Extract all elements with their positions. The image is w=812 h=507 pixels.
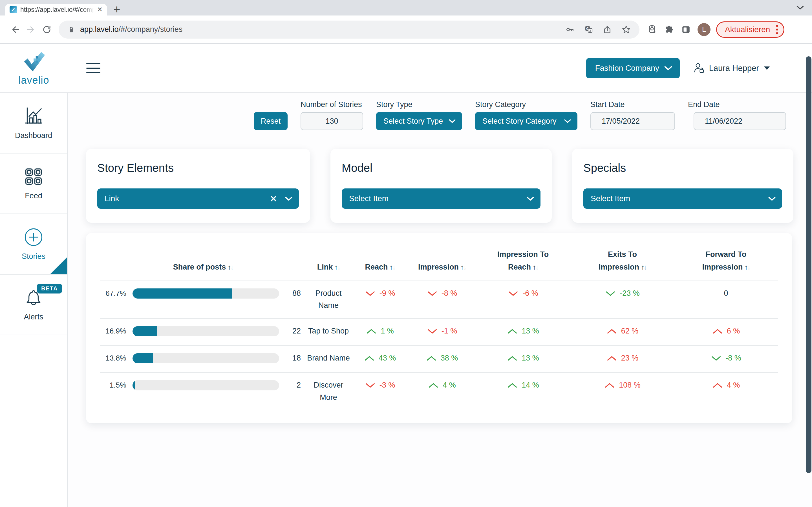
story-elements-card: Story Elements Link [86, 149, 310, 223]
card-title: Specials [583, 162, 782, 174]
trend-up-chevron-icon [366, 328, 377, 334]
table-row: 16.9% 22 Tap to Shop 1 % -1 % 13 % 62 % … [100, 318, 778, 345]
share-percent: 16.9% [100, 326, 133, 335]
reset-button[interactable]: Reset [254, 112, 288, 130]
refresh-prompt-button[interactable]: Aktualisieren [716, 21, 784, 38]
story-elements-dropdown[interactable]: Link [97, 188, 299, 209]
trend-down-chevron-icon [427, 291, 438, 296]
start-date-input[interactable]: 17/05/2022 [591, 112, 675, 130]
tab-close-icon[interactable]: ✕ [97, 6, 103, 13]
impression-trend: 4 % [409, 380, 475, 390]
trend-up-chevron-icon [507, 328, 518, 334]
browser-window: ✓ https://app.lavel.io/#/company/ ✕ + ap… [0, 0, 812, 507]
plus-circle-icon [24, 227, 43, 247]
impression-trend: 38 % [409, 353, 475, 362]
story-category-label: Story Category [475, 100, 577, 109]
sidebar-item-label: Dashboard [15, 131, 52, 140]
password-key-icon[interactable] [566, 25, 574, 34]
column-header-forward-to-impression[interactable]: Forward ToImpression↑↓ [674, 248, 778, 273]
sidebar-item-alerts[interactable]: BETA Alerts [0, 275, 67, 335]
story-type-dropdown[interactable]: Select Story Type [376, 112, 462, 130]
trend-down-chevron-icon [365, 383, 375, 388]
trend-up-chevron-icon [507, 383, 518, 388]
forward-button[interactable] [23, 22, 39, 38]
forward-to-impression-trend: 0 [674, 288, 778, 298]
column-header-exits-to-impression[interactable]: Exits ToImpression↑↓ [571, 248, 674, 273]
trend-down-chevron-icon [711, 355, 721, 361]
chevron-down-icon [526, 196, 534, 201]
app-logo[interactable]: lavelio [0, 50, 68, 86]
share-bar [133, 288, 279, 298]
user-menu[interactable]: Laura Hepper [693, 62, 770, 74]
company-selector-label: Fashion Company [595, 64, 664, 73]
trend-up-chevron-icon [426, 355, 437, 361]
lavelio-checkmark-icon [20, 50, 47, 74]
sidebar-item-stories[interactable]: Stories [0, 214, 67, 275]
browser-toolbar: app.lavel.io/#/company/stories G L Aktua… [0, 15, 812, 44]
favicon-icon: ✓ [10, 6, 17, 13]
new-tab-button[interactable]: + [113, 3, 120, 16]
trend-up-chevron-icon [428, 383, 439, 388]
sidebar-item-label: Feed [25, 191, 42, 200]
user-name: Laura Hepper [709, 64, 759, 73]
impression-trend: -1 % [409, 326, 475, 335]
menu-hamburger-icon[interactable] [86, 63, 100, 73]
sidebar-item-feed[interactable]: Feed [0, 154, 67, 214]
browser-tab[interactable]: ✓ https://app.lavel.io/#/company/ ✕ [5, 4, 107, 15]
column-header-share-of-posts[interactable]: Share of posts↑↓ [100, 261, 306, 274]
bookmark-star-icon[interactable] [621, 25, 631, 34]
profile-avatar[interactable]: L [698, 23, 711, 36]
filter-bar: Reset Number of Stories 130 Story Type S… [68, 100, 812, 130]
number-of-stories-label: Number of Stories [301, 100, 363, 109]
chevron-down-icon [285, 196, 293, 201]
share-bar [133, 353, 279, 363]
extensions-puzzle-icon[interactable] [664, 25, 674, 34]
reach-trend: -3 % [351, 380, 409, 390]
translate-icon[interactable]: G [584, 25, 593, 34]
column-header-link[interactable]: Link↑↓ [306, 261, 351, 274]
side-panel-icon[interactable] [681, 25, 691, 34]
sidebar-item-label: Stories [22, 252, 45, 261]
specials-dropdown[interactable]: Select Item [583, 188, 782, 209]
post-count: 18 [279, 353, 306, 362]
trend-down-chevron-icon [427, 328, 438, 334]
column-header-impression-to-reach[interactable]: Impression ToReach↑↓ [475, 248, 571, 273]
screenshot-extension-icon[interactable] [647, 25, 657, 34]
selector-cards: Story Elements Link Model Select Item Sp… [68, 149, 812, 223]
back-button[interactable] [7, 22, 23, 38]
clear-x-icon[interactable] [270, 195, 277, 202]
card-title: Story Elements [97, 162, 299, 174]
trend-up-chevron-icon [606, 355, 617, 361]
model-card: Model Select Item [331, 149, 552, 223]
forward-to-impression-trend: -8 % [674, 353, 778, 362]
tab-strip: ✓ https://app.lavel.io/#/company/ ✕ + [0, 0, 812, 15]
page-scrollbar[interactable] [806, 56, 811, 473]
column-header-impression[interactable]: Impression↑↓ [409, 261, 475, 274]
trend-up-chevron-icon [606, 328, 617, 334]
table-row: 13.8% 18 Brand Name 43 % 38 % 13 % 23 % … [100, 345, 778, 372]
grid-icon [24, 167, 43, 186]
address-bar[interactable]: app.lavel.io/#/company/stories G [59, 20, 640, 39]
model-dropdown[interactable]: Select Item [342, 188, 541, 209]
share-bar [133, 326, 279, 336]
column-header-reach[interactable]: Reach↑↓ [351, 261, 409, 274]
tab-search-chevron-icon[interactable] [796, 5, 804, 10]
end-date-input[interactable]: 11/06/2022 [694, 112, 786, 130]
story-category-dropdown[interactable]: Select Story Category [475, 112, 577, 130]
share-icon[interactable] [603, 25, 612, 34]
reload-button[interactable] [39, 22, 55, 38]
reach-trend: -9 % [351, 288, 409, 298]
reach-trend: 1 % [351, 326, 409, 335]
trend-down-chevron-icon [365, 291, 375, 296]
number-of-stories-input[interactable]: 130 [301, 112, 363, 130]
bar-chart-icon [23, 106, 44, 126]
link-name: Tap to Shop [306, 325, 351, 337]
company-selector-dropdown[interactable]: Fashion Company [586, 58, 680, 78]
link-name: Brand Name [306, 352, 351, 364]
browser-menu-dots-icon[interactable] [776, 24, 778, 35]
post-count: 2 [279, 380, 306, 390]
sidebar-item-dashboard[interactable]: Dashboard [0, 93, 67, 154]
exits-to-impression-trend: -23 % [571, 288, 674, 298]
exits-to-impression-trend: 62 % [571, 326, 674, 335]
chevron-down-icon [564, 119, 571, 123]
